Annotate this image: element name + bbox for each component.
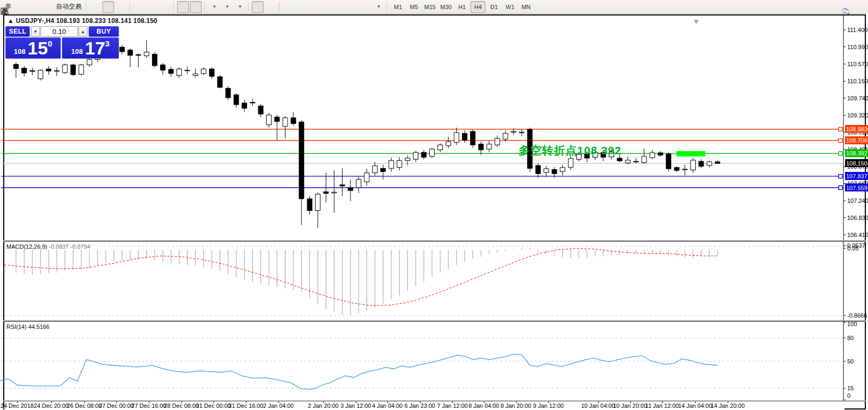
candle — [707, 162, 712, 165]
time-axis-label: 28 Dec 08:00 — [164, 403, 198, 409]
time-axis-label: 11 Jan 12:00 — [646, 403, 679, 409]
chat-button[interactable] — [855, 1, 866, 13]
sell-button[interactable]: SELL — [5, 26, 30, 37]
candle — [617, 158, 622, 161]
pivot-annotation-text: 多空转折点108.392 — [519, 143, 622, 158]
timeframe-mn-button[interactable]: MN — [519, 1, 533, 13]
buy-button[interactable]: BUY — [89, 26, 119, 37]
candle — [552, 170, 557, 174]
rsi-line — [0, 354, 718, 390]
data-window-button[interactable] — [27, 1, 39, 13]
collapse-panel-arrow[interactable]: ▲ — [7, 17, 14, 25]
time-axis-label: 6 Jan 23:00 — [404, 403, 435, 409]
level-line-handle[interactable] — [839, 186, 842, 190]
market-watch-button[interactable] — [14, 1, 26, 13]
candle — [544, 169, 548, 172]
candle — [332, 192, 337, 193]
level-line-handle[interactable] — [839, 139, 842, 143]
timeframe-w1-button[interactable]: W1 — [503, 1, 517, 13]
candle — [536, 165, 540, 174]
toolbar-group — [89, 1, 128, 13]
timeframe-h1-button[interactable]: H1 — [455, 1, 469, 13]
price-tick-label: 109.320 — [847, 112, 868, 119]
toolbar-separator — [204, 2, 205, 12]
crosshair-button[interactable] — [265, 1, 276, 13]
text-label-button[interactable]: T — [360, 1, 371, 13]
candle — [193, 74, 198, 75]
candle — [185, 70, 190, 70]
equidistant-channel-button[interactable]: E — [321, 1, 333, 13]
auto-scroll-button[interactable] — [177, 1, 189, 13]
zoom-in-button[interactable] — [133, 1, 145, 13]
time-axis-label: 10 Jan 20:00 — [613, 403, 647, 409]
timeframe-m1-button[interactable]: M1 — [391, 1, 405, 13]
candle — [152, 54, 157, 66]
main-chart-canvas[interactable]: 111.400110.990110.570110.150109.740109.3… — [0, 15, 868, 240]
candle — [38, 70, 43, 78]
timeframe-h4-button[interactable]: H4 — [471, 1, 485, 13]
templates-button[interactable]: ▼ — [234, 1, 245, 13]
candle — [71, 65, 76, 74]
horizontal-line-button[interactable] — [296, 1, 307, 13]
chevron-down-icon[interactable]: ▼ — [238, 4, 242, 9]
arrows-button[interactable]: ▼ — [372, 1, 384, 13]
text-button[interactable]: A — [347, 1, 359, 13]
zoom-out-button[interactable] — [146, 1, 158, 13]
timeframe-group: M1M5M15M30H1H4D1W1MN — [390, 1, 534, 13]
candle — [87, 59, 92, 65]
timeframe-d1-button[interactable]: D1 — [487, 1, 501, 13]
fibonacci-button[interactable]: F — [334, 1, 346, 13]
candle — [471, 131, 475, 145]
periods-button[interactable]: ▼ — [221, 1, 233, 13]
candle — [46, 69, 51, 71]
trendline-button[interactable] — [308, 1, 320, 13]
chevron-down-icon[interactable]: ▼ — [225, 4, 229, 9]
price-tick-label: 110.150 — [847, 78, 868, 84]
candle — [120, 47, 124, 51]
current-price-label-text: 108.150 — [846, 160, 867, 167]
level-line-handle[interactable] — [839, 175, 842, 178]
chevron-down-icon[interactable]: ▼ — [212, 4, 217, 9]
time-axis-label: 14 Jan 20:00 — [711, 403, 745, 409]
candlestick-chart-button[interactable] — [102, 1, 114, 13]
rsi-value: 44.5166 — [28, 324, 50, 330]
indicators-button[interactable]: ▼ — [208, 1, 220, 13]
level-line-handle[interactable] — [839, 128, 842, 131]
chart-shift-button[interactable] — [190, 1, 202, 13]
level-price-label-text: 107.837 — [846, 173, 867, 179]
toolbar-separator — [86, 2, 87, 12]
time-axis[interactable]: 24 Dec 201824 Dec 20:0026 Dec 08:0027 De… — [4, 401, 845, 409]
time-axis-label: 27 Dec 00:00 — [99, 403, 133, 409]
chart-shift-marker[interactable] — [694, 20, 699, 24]
mt4-terminal: 单自动交易▼▼▼EFAT▼M1M5M15M30H1H4D1W1MN 111.40… — [0, 0, 868, 410]
candle — [715, 162, 720, 163]
timeframe-m30-button[interactable]: M30 — [439, 1, 453, 13]
highlight-box[interactable] — [676, 151, 705, 156]
time-axis-label: 31 Dec 00:00 — [196, 403, 230, 409]
cursor-button[interactable] — [252, 1, 264, 13]
buy-price-button[interactable]: 108 17 3 — [62, 37, 119, 59]
one-click-trading-panel: SELL ▼ 0.10 ▲ BUY 108 15 0 108 17 3 — [5, 25, 119, 59]
lot-size-input[interactable]: 0.10 — [41, 26, 78, 37]
tile-windows-button[interactable] — [159, 1, 171, 13]
lot-decrease-button[interactable]: ▼ — [31, 26, 40, 37]
toolbar-group — [177, 1, 202, 13]
candle — [161, 65, 165, 70]
line-chart-button[interactable] — [115, 1, 127, 13]
timeframe-m15-button[interactable]: M15 — [423, 1, 437, 13]
candle — [682, 169, 687, 170]
candle — [250, 102, 255, 103]
rsi-panel-canvas[interactable]: 1008050150 — [0, 321, 868, 400]
candle — [242, 103, 247, 108]
candle — [519, 132, 524, 133]
level-line-handle[interactable] — [839, 152, 842, 155]
bar-chart-button[interactable] — [90, 1, 101, 13]
sell-price-button[interactable]: 108 15 0 — [5, 37, 61, 59]
auto-trading-button[interactable]: 自动交易 — [53, 1, 83, 13]
vertical-line-button[interactable] — [283, 1, 294, 13]
strategy-button[interactable] — [40, 1, 52, 13]
chevron-down-icon[interactable]: ▼ — [377, 4, 381, 9]
lot-increase-button[interactable]: ▲ — [78, 26, 87, 37]
macd-panel-canvas[interactable]: 0.05370.05-0.8666 — [0, 241, 868, 320]
timeframe-m5-button[interactable]: M5 — [407, 1, 421, 13]
